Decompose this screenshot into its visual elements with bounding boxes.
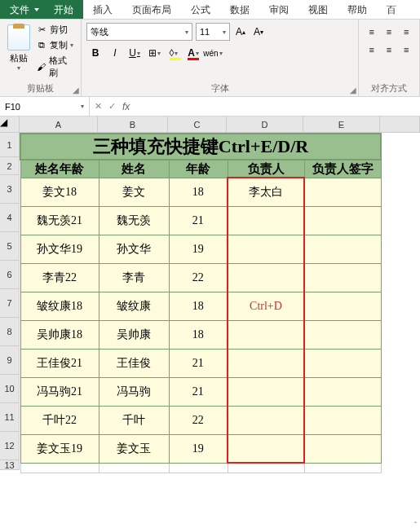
align-left-button[interactable]: ≡: [364, 42, 379, 57]
italic-button[interactable]: I: [106, 44, 124, 62]
increase-font-button[interactable]: A▴: [233, 23, 248, 41]
align-right-button[interactable]: ≡: [399, 42, 414, 57]
data-cell[interactable]: [228, 263, 304, 292]
data-cell[interactable]: [228, 349, 304, 377]
blank-cell[interactable]: [20, 463, 99, 473]
data-cell[interactable]: 冯马驹21: [20, 377, 99, 406]
blank-cell[interactable]: [304, 463, 381, 473]
data-cell[interactable]: [304, 349, 381, 377]
tab-开始[interactable]: 开始: [44, 0, 83, 19]
data-cell[interactable]: 吴帅康18: [20, 320, 99, 349]
blank-cell[interactable]: [99, 463, 169, 473]
data-cell[interactable]: 冯马驹: [99, 377, 169, 406]
data-cell[interactable]: 李青22: [20, 263, 99, 292]
col-header-B[interactable]: B: [98, 117, 168, 133]
data-cell[interactable]: [304, 263, 381, 292]
col-header-A[interactable]: A: [20, 117, 98, 133]
data-cell[interactable]: 22: [169, 263, 228, 292]
blank-cell[interactable]: [228, 463, 304, 473]
enter-formula-button[interactable]: ✓: [108, 101, 116, 112]
tab-插入[interactable]: 插入: [83, 0, 122, 19]
data-cell[interactable]: 姜文玉: [99, 434, 169, 463]
align-middle-button[interactable]: ≡: [381, 24, 396, 39]
dialog-launcher-icon[interactable]: ◢: [350, 86, 356, 95]
font-color-button[interactable]: A▾: [184, 44, 202, 62]
data-cell[interactable]: [304, 377, 381, 406]
header-cell[interactable]: 姓名: [99, 160, 169, 178]
data-cell[interactable]: [228, 377, 304, 406]
tab-百[interactable]: 百: [377, 0, 406, 19]
data-cell[interactable]: [304, 178, 381, 206]
row-header-2[interactable]: 2: [0, 157, 20, 175]
data-cell[interactable]: 18: [169, 178, 228, 206]
data-cell[interactable]: 19: [169, 434, 228, 463]
data-cell[interactable]: 李太白: [228, 178, 304, 206]
header-cell[interactable]: 负责人签字: [304, 160, 381, 178]
format-painter-button[interactable]: 🖌格式刷: [34, 54, 76, 80]
row-header-8[interactable]: 8: [0, 318, 20, 346]
data-cell[interactable]: Ctrl+D: [228, 292, 304, 320]
select-all-corner[interactable]: ◢: [0, 117, 20, 133]
tab-file[interactable]: 文件: [0, 0, 44, 19]
font-size-select[interactable]: 11▾: [196, 23, 230, 41]
data-cell[interactable]: [304, 206, 381, 235]
align-bottom-button[interactable]: ≡: [399, 24, 414, 39]
cut-button[interactable]: ✂剪切: [34, 23, 76, 37]
data-cell[interactable]: 皱纹康: [99, 292, 169, 320]
name-box[interactable]: F10▾: [0, 97, 90, 116]
align-center-button[interactable]: ≡: [381, 42, 396, 57]
row-header-6[interactable]: 6: [0, 261, 20, 289]
data-cell[interactable]: [228, 434, 304, 463]
data-cell[interactable]: 皱纹康18: [20, 292, 99, 320]
data-cell[interactable]: [304, 292, 381, 320]
cell-grid[interactable]: 三种填充快捷键Ctrl+E/D/R姓名年龄姓名年龄负责人负责人签字姜文18姜文1…: [20, 133, 382, 473]
data-cell[interactable]: [228, 406, 304, 434]
col-header-C[interactable]: C: [168, 117, 227, 133]
fill-color-button[interactable]: ◊▾: [165, 44, 183, 62]
tab-公式[interactable]: 公式: [181, 0, 220, 19]
row-header-9[interactable]: 9: [0, 346, 20, 375]
data-cell[interactable]: [304, 434, 381, 463]
data-cell[interactable]: 21: [169, 206, 228, 235]
data-cell[interactable]: 姜文: [99, 178, 169, 206]
tab-视图[interactable]: 视图: [298, 0, 338, 19]
paste-button[interactable]: 粘贴 ▾: [5, 23, 33, 81]
fx-icon[interactable]: fx: [122, 101, 130, 112]
data-cell[interactable]: 孙文华: [99, 235, 169, 263]
data-cell[interactable]: 李青: [99, 263, 169, 292]
tab-页面布局[interactable]: 页面布局: [122, 0, 181, 19]
align-top-button[interactable]: ≡: [364, 24, 379, 39]
data-cell[interactable]: [304, 406, 381, 434]
data-cell[interactable]: 姜文玉19: [20, 434, 99, 463]
data-cell[interactable]: 21: [169, 377, 228, 406]
row-header-13[interactable]: 13: [0, 460, 20, 470]
copy-button[interactable]: ⧉复制▾: [34, 38, 76, 52]
tab-帮助[interactable]: 帮助: [338, 0, 377, 19]
data-cell[interactable]: 19: [169, 235, 228, 263]
data-cell[interactable]: 千叶22: [20, 406, 99, 434]
data-cell[interactable]: 王佳俊21: [20, 349, 99, 377]
bold-button[interactable]: B: [86, 44, 104, 62]
row-header-10[interactable]: 10: [0, 375, 20, 403]
data-cell[interactable]: 21: [169, 349, 228, 377]
dialog-launcher-icon[interactable]: ◢: [73, 86, 79, 95]
blank-cell[interactable]: [169, 463, 228, 473]
data-cell[interactable]: [304, 235, 381, 263]
row-header-12[interactable]: 12: [0, 432, 20, 460]
header-cell[interactable]: 负责人: [228, 160, 304, 178]
data-cell[interactable]: [228, 320, 304, 349]
tab-数据[interactable]: 数据: [220, 0, 259, 19]
underline-button[interactable]: U▾: [126, 44, 144, 62]
data-cell[interactable]: [228, 206, 304, 235]
col-header-E[interactable]: E: [303, 117, 380, 133]
data-cell[interactable]: 王佳俊: [99, 349, 169, 377]
col-header-D[interactable]: D: [227, 117, 303, 133]
row-header-3[interactable]: 3: [0, 175, 20, 204]
font-name-select[interactable]: 等线▾: [86, 23, 192, 41]
cancel-formula-button[interactable]: ✕: [95, 101, 102, 112]
data-cell[interactable]: 魏无羡21: [20, 206, 99, 235]
data-cell[interactable]: 姜文18: [20, 178, 99, 206]
data-cell[interactable]: 千叶: [99, 406, 169, 434]
header-cell[interactable]: 姓名年龄: [20, 160, 99, 178]
col-header-blank[interactable]: [380, 117, 420, 133]
